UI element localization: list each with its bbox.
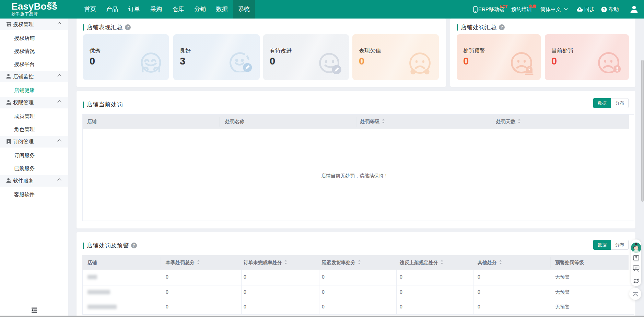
svg-text:?: ? xyxy=(603,7,605,11)
